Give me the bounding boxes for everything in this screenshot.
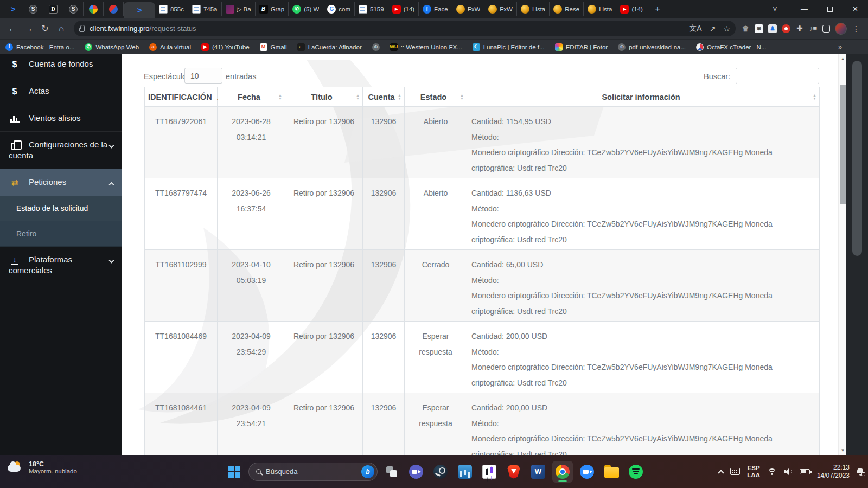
sidebar-item-configuraciones-de-la-cuenta[interactable]: Configuraciones de la cuenta [0,132,122,169]
weather-widget[interactable]: 18°C Mayorm. nublado [7,460,77,474]
record-extension-icon[interactable] [782,24,790,33]
browser-tab[interactable]: ▷ Ba [222,2,256,16]
bookmark-item[interactable]: ♩LaCuerda: Afinador [297,43,362,51]
scroll-down-icon[interactable]: ▼ [839,448,847,453]
language-indicator[interactable]: ESP LAA [747,465,760,479]
battery-icon[interactable] [800,469,810,474]
reading-list-icon[interactable] [822,25,830,33]
reload-button[interactable]: ↻ [37,21,53,37]
browser-tab[interactable]: ▶(14) [388,2,419,16]
browser-tab[interactable]: FxW [484,2,517,16]
browser-tab[interactable]: fFace [419,2,452,16]
notifications-bell-icon[interactable] [857,468,864,475]
address-bar[interactable]: client.fxwinning.pro /request-status 文A … [74,21,736,36]
outer-scrollbar-thumb[interactable] [852,61,862,256]
pinned-browser-tab[interactable]: S [63,2,84,16]
column-header-estado[interactable]: Estado▲▼ [405,87,467,107]
translate-icon[interactable]: 文A [689,24,701,34]
hidden-icons-chevron-icon[interactable] [718,470,724,476]
taskbar-app-zoom[interactable] [577,461,597,483]
sidebar-item-vientos-alisios[interactable]: Vientos alisios [0,105,122,132]
taskbar-app-candlestick-app[interactable] [479,461,500,483]
browser-tab[interactable]: ✆(5) W [289,2,323,16]
browser-tab[interactable]: 855c [155,2,188,16]
pinned-browser-tab[interactable]: > [3,2,23,16]
crown-extension-icon[interactable]: ♛ [741,24,750,33]
bookmark-item[interactable]: WU:: Western Union FX... [390,43,462,51]
browser-tab[interactable]: FxW [452,2,485,16]
browser-menu-icon[interactable]: ⋮ [852,24,860,33]
sidebar-item-actas[interactable]: $Actas [0,78,122,105]
bookmark-item[interactable]: ▶(41) YouTube [201,43,250,51]
taskbar-app-spotify[interactable] [626,461,646,483]
taskbar-app-word[interactable]: W [528,461,548,483]
bookmark-item[interactable]: fFacebook - Entra o... [5,43,74,51]
inner-scrollbar-thumb[interactable] [840,85,846,204]
person-extension-icon[interactable]: ♟ [768,24,777,33]
browser-tab[interactable]: Rese [550,2,584,16]
taskbar-search[interactable]: Búsqueda b [248,463,378,481]
browser-tab[interactable]: Lista [584,2,616,16]
pinned-browser-tab[interactable]: D [43,2,63,16]
clock[interactable]: 22:13 14/07/2023 [817,464,850,480]
taskbar-app-chrome[interactable] [552,461,573,483]
browser-tab[interactable]: 5159 [355,2,388,16]
column-header-solicitar-informaci-n[interactable]: Solicitar información▲▼ [467,87,820,107]
tab-search-icon[interactable]: ˅ [773,4,777,14]
minimize-button[interactable]: — [792,0,817,18]
page-length-input[interactable] [184,68,222,84]
pinned-browser-tab[interactable] [84,2,104,16]
bookmark-item[interactable]: OctaFX cTrader - N... [696,43,766,51]
sidebar-subitem-estado-de-la-solicitud[interactable]: Estado de la solicitud [0,196,122,221]
extensions-puzzle-icon[interactable]: ✚ [795,24,804,33]
taskbar-app-steam[interactable] [430,461,451,483]
browser-tab[interactable]: Lista [517,2,550,16]
maximize-button[interactable] [817,0,843,18]
bookmark-item[interactable]: EDITAR | Fotor [555,43,608,51]
browser-tab[interactable]: BGrap [256,2,289,16]
lunapic-extension-icon[interactable]: ◉ [755,24,763,33]
sidebar-item-cuenta-de-fondos[interactable]: $Cuenta de fondos [0,54,122,78]
home-button[interactable]: ⌂ [53,21,69,37]
taskbar-app-brave[interactable] [503,461,524,483]
bookmarks-overflow-icon[interactable]: » [838,43,842,51]
browser-tab[interactable]: Gcom [323,2,355,16]
column-header-identificaci-n[interactable]: IDENTIFICACIÓN▲ [145,87,218,107]
playlist-icon[interactable]: ♪≡ [809,24,818,33]
share-icon[interactable]: ↗ [710,24,716,33]
browser-tab[interactable]: 745a [188,2,222,16]
bookmark-item[interactable]: ✆WhatsApp Web [85,43,139,51]
pinned-browser-tab[interactable]: S [23,2,43,16]
active-browser-tab[interactable]: > [124,2,155,18]
volume-icon[interactable] [784,468,793,476]
bookmark-item[interactable]: MGmail [260,43,287,51]
pinned-browser-tab[interactable] [104,2,124,16]
taskbar-app-trading-app[interactable] [455,461,475,483]
wifi-icon[interactable] [767,468,777,476]
bookmark-star-icon[interactable]: ☆ [723,24,730,33]
new-tab-button[interactable]: + [649,4,666,15]
column-header-fecha[interactable]: Fecha▲▼ [218,87,285,107]
taskbar-app-task-view[interactable] [381,461,402,483]
taskbar-app-file-explorer[interactable] [601,461,622,483]
bookmark-item[interactable]: aAula virtual [149,43,191,51]
touch-keyboard-icon[interactable] [730,468,740,475]
scroll-up-icon[interactable]: ▲ [839,56,847,61]
column-header-t-tulo[interactable]: Título▲▼ [285,87,363,107]
sidebar-item-plataformas-comerciales[interactable]: ↓Plataformas comerciales [0,247,122,284]
sidebar-subitem-retiro[interactable]: Retiro [0,221,122,247]
sidebar-item-peticiones[interactable]: ⇄Peticiones [0,169,122,196]
taskbar-app-chat[interactable] [406,461,426,483]
close-button[interactable]: ✕ [843,0,868,18]
profile-avatar[interactable] [835,23,847,35]
browser-tab[interactable]: ▶(14) [616,2,647,16]
forward-button[interactable]: → [21,21,37,37]
bookmark-item[interactable]: ⊕ [372,43,380,51]
bookmark-item[interactable]: ☾LunaPic | Editor de f... [473,43,545,51]
start-button[interactable] [224,461,245,483]
inner-scrollbar[interactable]: ▲ ▼ [838,54,846,455]
page-outer-scrollbar[interactable] [846,54,868,455]
table-search-input[interactable] [736,68,819,84]
bookmark-item[interactable]: ⊕pdf-universidad-na... [618,43,686,51]
column-header-cuenta[interactable]: Cuenta▲▼ [363,87,405,107]
